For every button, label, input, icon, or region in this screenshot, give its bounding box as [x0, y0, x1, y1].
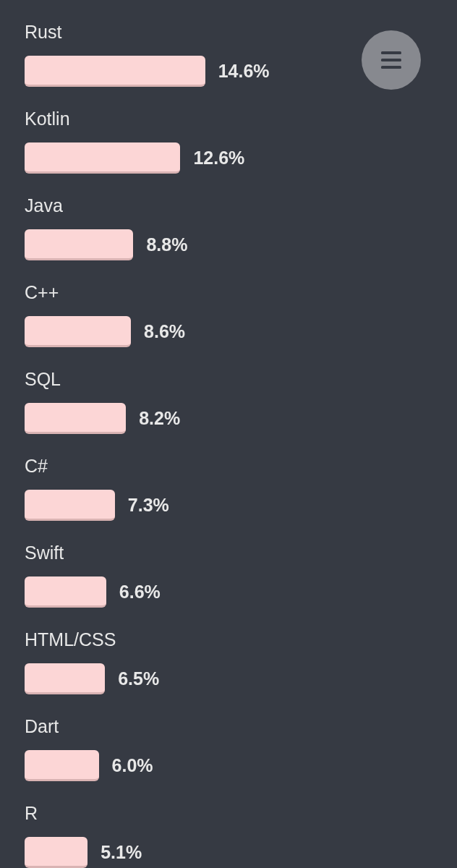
- bar-label: SQL: [25, 369, 457, 390]
- bar-label: Kotlin: [25, 109, 457, 129]
- bar-label: Dart: [25, 716, 457, 737]
- bar-value: 14.6%: [218, 61, 270, 82]
- bar-value: 6.0%: [112, 755, 153, 776]
- bar-label: R: [25, 803, 457, 824]
- bar-fill: [25, 663, 105, 694]
- bar-fill: [25, 750, 99, 781]
- bar-wrap: 12.6%: [25, 142, 457, 174]
- bar-value: 12.6%: [193, 148, 244, 169]
- menu-button[interactable]: [362, 30, 421, 90]
- bar-fill: [25, 56, 205, 87]
- bar-label: Swift: [25, 542, 457, 563]
- bar-label: HTML/CSS: [25, 629, 457, 650]
- bar-wrap: 6.5%: [25, 663, 457, 694]
- bar-label: C++: [25, 282, 457, 303]
- bar-label: C#: [25, 456, 457, 477]
- bar-value: 8.6%: [144, 321, 185, 342]
- bar-row: Swift 6.6%: [25, 542, 457, 608]
- bar-row: C# 7.3%: [25, 456, 457, 521]
- bar-row: HTML/CSS 6.5%: [25, 629, 457, 694]
- svg-rect-1: [381, 59, 401, 61]
- bar-fill: [25, 229, 133, 260]
- bar-fill: [25, 142, 180, 174]
- bar-value: 5.1%: [101, 842, 142, 863]
- bar-fill: [25, 576, 106, 608]
- bar-row: Dart 6.0%: [25, 716, 457, 781]
- bar-row: C++ 8.6%: [25, 282, 457, 347]
- bar-row: Kotlin 12.6%: [25, 109, 457, 174]
- bar-wrap: 6.6%: [25, 576, 457, 608]
- bar-row: SQL 8.2%: [25, 369, 457, 434]
- bar-value: 7.3%: [128, 495, 169, 516]
- bar-row: R 5.1%: [25, 803, 457, 868]
- svg-rect-0: [381, 51, 401, 54]
- bar-fill: [25, 403, 126, 434]
- bar-fill: [25, 490, 115, 521]
- bar-wrap: 7.3%: [25, 490, 457, 521]
- bar-value: 8.8%: [146, 234, 187, 255]
- hamburger-icon: [381, 51, 401, 69]
- bar-wrap: 8.8%: [25, 229, 457, 260]
- bar-fill: [25, 837, 87, 868]
- svg-rect-2: [381, 66, 401, 69]
- bar-wrap: 6.0%: [25, 750, 457, 781]
- bar-wrap: 5.1%: [25, 837, 457, 868]
- bar-fill: [25, 316, 131, 347]
- bar-wrap: 8.6%: [25, 316, 457, 347]
- language-bar-chart: Rust 14.6% Kotlin 12.6% Java 8.8% C++ 8.…: [0, 0, 457, 868]
- bar-label: Java: [25, 195, 457, 216]
- bar-value: 8.2%: [139, 408, 180, 429]
- bar-value: 6.5%: [118, 668, 159, 689]
- bar-wrap: 8.2%: [25, 403, 457, 434]
- bar-value: 6.6%: [119, 582, 161, 603]
- bar-row: Java 8.8%: [25, 195, 457, 260]
